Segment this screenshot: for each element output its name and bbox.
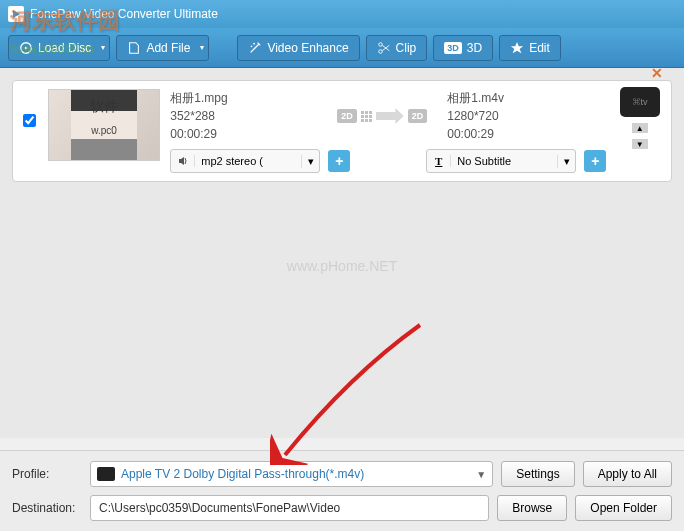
destination-row: Destination: Browse Open Folder (12, 495, 672, 521)
dots-icon (361, 111, 372, 122)
app-title: FonePaw Video Converter Ultimate (30, 7, 218, 21)
thumb-url: w.pc0 (91, 125, 117, 136)
add-audio-button[interactable]: + (328, 150, 350, 172)
load-disc-label: Load Disc (38, 41, 91, 55)
edit-label: Edit (529, 41, 550, 55)
thumb-label: 软件 (90, 98, 118, 116)
add-subtitle-button[interactable]: + (584, 150, 606, 172)
destination-label: Destination: (12, 501, 82, 515)
svg-marker-0 (13, 10, 20, 18)
target-duration: 00:00:29 (447, 125, 606, 143)
conversion-arrow: 2D 2D (337, 108, 427, 124)
open-folder-button[interactable]: Open Folder (575, 495, 672, 521)
device-label: ⌘tv (632, 97, 648, 107)
profile-device-icon (97, 467, 115, 481)
wand-icon (248, 41, 262, 55)
target-resolution: 1280*720 (447, 107, 606, 125)
disc-icon (19, 41, 33, 55)
item-checkbox[interactable] (23, 114, 36, 127)
destination-input[interactable] (90, 495, 489, 521)
subtitle-select[interactable]: T No Subtitle ▾ (426, 149, 576, 173)
load-disc-button[interactable]: Load Disc (8, 35, 110, 61)
add-file-label: Add File (146, 41, 190, 55)
apply-to-all-button[interactable]: Apply to All (583, 461, 672, 487)
audio-dropdown-icon: ▾ (301, 155, 319, 168)
profile-select[interactable]: Apple TV 2 Dolby Digital Pass-through(*.… (90, 461, 493, 487)
browse-button[interactable]: Browse (497, 495, 567, 521)
scissors-icon (377, 41, 391, 55)
subtitle-dropdown-icon: ▾ (557, 155, 575, 168)
title-bar: FonePaw Video Converter Ultimate (0, 0, 684, 28)
svg-point-5 (378, 49, 382, 53)
source-duration: 00:00:29 (170, 125, 329, 143)
clip-label: Clip (396, 41, 417, 55)
remove-item-button[interactable]: ✕ (651, 68, 663, 81)
star-icon (510, 41, 524, 55)
item-right: ✕ ⌘tv ▲ ▼ (616, 89, 663, 149)
svg-point-3 (251, 45, 253, 47)
controls-row: mp2 stereo ( ▾ + T No Subtitle ▾ + (170, 149, 606, 173)
svg-point-4 (254, 42, 256, 44)
speaker-icon (171, 155, 195, 167)
profile-value: Apple TV 2 Dolby Digital Pass-through(*.… (121, 467, 364, 481)
profile-dropdown-icon: ▼ (476, 469, 486, 480)
footer: Profile: Apple TV 2 Dolby Digital Pass-t… (0, 450, 684, 531)
arrow-icon (376, 108, 404, 124)
subtitle-icon: T (427, 155, 451, 167)
device-icon[interactable]: ⌘tv (620, 87, 660, 117)
three-d-label: 3D (467, 41, 482, 55)
audio-track-value: mp2 stereo ( (195, 155, 301, 167)
source-filename: 相册1.mpg (170, 89, 329, 107)
subtitle-value: No Subtitle (451, 155, 557, 167)
move-down-button[interactable]: ▼ (632, 139, 648, 149)
svg-point-2 (25, 46, 28, 49)
audio-track-select[interactable]: mp2 stereo ( ▾ (170, 149, 320, 173)
target-info: 相册1.m4v 1280*720 00:00:29 (435, 89, 606, 143)
source-info: 相册1.mpg 352*288 00:00:29 (170, 89, 329, 143)
add-file-button[interactable]: Add File (116, 35, 209, 61)
three-d-button[interactable]: 3D 3D (433, 35, 493, 61)
clip-button[interactable]: Clip (366, 35, 428, 61)
file-icon (127, 41, 141, 55)
edit-button[interactable]: Edit (499, 35, 561, 61)
video-enhance-button[interactable]: Video Enhance (237, 35, 359, 61)
three-d-icon: 3D (444, 42, 462, 54)
video-enhance-label: Video Enhance (267, 41, 348, 55)
content-area: 软件 w.pc0 相册1.mpg 352*288 00:00:29 2D 2D … (0, 68, 684, 438)
item-body: 相册1.mpg 352*288 00:00:29 2D 2D 相册1.m4v 1… (170, 89, 606, 173)
move-up-button[interactable]: ▲ (632, 123, 648, 133)
settings-button[interactable]: Settings (501, 461, 574, 487)
target-2d-badge: 2D (408, 109, 428, 123)
app-icon (8, 6, 24, 22)
svg-point-6 (378, 42, 382, 46)
target-filename: 相册1.m4v (447, 89, 606, 107)
source-resolution: 352*288 (170, 107, 329, 125)
file-item: 软件 w.pc0 相册1.mpg 352*288 00:00:29 2D 2D … (12, 80, 672, 182)
video-thumbnail[interactable]: 软件 w.pc0 (48, 89, 160, 161)
info-row: 相册1.mpg 352*288 00:00:29 2D 2D 相册1.m4v 1… (170, 89, 606, 143)
item-checkbox-wrap (21, 89, 38, 127)
profile-row: Profile: Apple TV 2 Dolby Digital Pass-t… (12, 461, 672, 487)
main-toolbar: Load Disc Add File Video Enhance Clip 3D… (0, 28, 684, 68)
source-2d-badge: 2D (337, 109, 357, 123)
profile-label: Profile: (12, 467, 82, 481)
